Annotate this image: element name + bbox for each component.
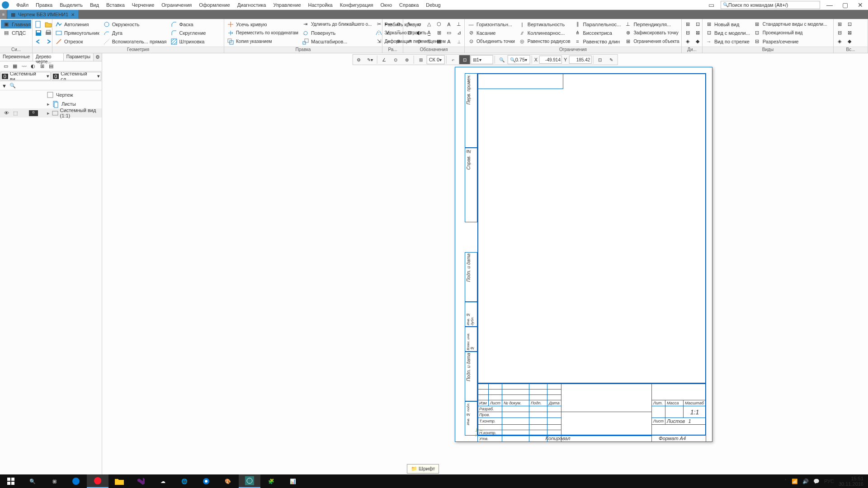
rectangle-button[interactable]: Прямоугольник [53,28,101,37]
menu-edit[interactable]: Правка [32,1,56,9]
vert-button[interactable]: |Вертикальность [517,20,572,28]
circle-button[interactable]: Окружность [101,20,169,28]
fillet-button[interactable]: Скругление [169,28,208,37]
menu-debug[interactable]: Debug [422,1,444,9]
move-by-coords-button[interactable]: Переместить по координатам [225,28,300,37]
ann1[interactable]: ✎ [404,20,414,28]
ct-step-dropdown[interactable]: ⊞ 1 ▾ [471,55,493,64]
ins6[interactable]: ◆ [844,37,854,46]
app10-icon[interactable]: 📊 [282,474,304,488]
eq-length-button[interactable]: =Равенство длин [572,37,623,46]
ann13[interactable]: ↗ [404,37,414,46]
tree-sheets[interactable]: ▸ Листы [0,99,102,108]
ct-snap3[interactable]: ⊕ [401,55,412,64]
diag3[interactable]: ⊟ [683,28,693,37]
ins5[interactable]: ◈ [835,37,844,46]
menu-settings[interactable]: Настройка [305,1,336,9]
ct-snap1[interactable]: ∠ [379,55,390,64]
ann2[interactable]: ▱ [414,20,424,28]
arc-button[interactable]: Дуга [101,28,169,37]
command-search-input[interactable]: 🔍 Поиск по командам (Alt+/) [721,1,820,9]
menu-manage[interactable]: Управление [269,1,304,9]
ins2[interactable]: ⊡ [844,20,854,28]
menu-insert[interactable]: Вставка [103,1,128,9]
ct-zoom-dropdown[interactable]: 🔍 0.75 ▾ [508,55,530,64]
trim-button[interactable]: Усечь кривую [225,20,300,28]
ptool4[interactable]: ◐ [29,62,37,70]
menu-config[interactable]: Конфигурация [336,1,377,9]
fix-point-button[interactable]: ⊗Зафиксировать точку [623,28,681,37]
polyline-button[interactable]: Автолиния [53,20,101,28]
diag6[interactable]: ◆ [693,37,703,46]
ct-cs-dropdown[interactable]: СК 0 ▾ [427,55,445,64]
ann8[interactable]: ◐ [414,28,424,37]
obj-constraints-button[interactable]: ⊞Ограничения объекта [623,37,681,46]
maximize-button[interactable]: ▢ [839,1,851,9]
search-button[interactable]: 🔍 [22,474,43,488]
tab-spds[interactable]: ▤СПДС [1,28,31,37]
app5-icon[interactable]: ☁ [152,474,174,488]
ct-pencil[interactable]: ✎▾ [365,55,376,64]
hatch-button[interactable]: Штриховка [169,37,208,46]
ptool2[interactable]: ▦ [11,62,19,70]
aux-line-button[interactable]: Вспомогатель... прямая [101,37,169,46]
dim3-button[interactable]: ∠ [383,28,393,37]
merge-points-button[interactable]: ⊙Объединить точки [466,37,517,46]
ann9[interactable]: A̲ [424,28,434,37]
perpendicular-button[interactable]: ⊥Перпендикуля... [623,20,681,28]
menu-file[interactable]: Файл [13,1,32,9]
std-views-button[interactable]: ⊞Стандартные виды с модели... [752,20,829,28]
menu-diagnostics[interactable]: Диагностика [234,1,270,9]
ct-grid[interactable]: ⊞ [415,55,426,64]
menu-constraints[interactable]: Ограничения [158,1,195,9]
menu-help[interactable]: Справка [396,1,422,9]
diag4[interactable]: ⊠ [693,28,703,37]
scale-button[interactable]: Масштабиров... [300,37,373,46]
x-coord-input[interactable] [539,56,562,64]
ann3[interactable]: △ [424,20,434,28]
ct-extra1[interactable]: ⊡ [594,55,605,64]
open-doc-button[interactable] [43,20,53,28]
visibility-icon[interactable]: 👁 [2,110,11,116]
panel-tab-variables[interactable]: Переменные [0,53,33,61]
layer-dropdown[interactable]: 0Системный сл...▾ [52,72,102,80]
print-button[interactable] [43,28,53,37]
layout-mode-icon[interactable]: ▭ [705,1,717,9]
minimize-button[interactable]: — [824,1,835,9]
proj-view-button[interactable]: ⊡Проекционный вид [752,28,829,37]
edge-icon[interactable] [65,474,87,488]
search-icon[interactable]: 🔍 [9,83,16,89]
dim1-button[interactable]: ⟷ [383,20,393,28]
taskview-button[interactable]: ⊞ [43,474,65,488]
ann11[interactable]: ▭ [444,28,454,37]
tray-volume-icon[interactable]: 🔊 [802,479,809,484]
ins3[interactable]: ⊟ [835,28,844,37]
y-coord-input[interactable] [569,56,591,64]
parallel-button[interactable]: ∥Параллельнос... [572,20,623,28]
ann4[interactable]: ⬡ [434,20,444,28]
explorer-icon[interactable] [108,474,130,488]
ct-snap-toggle[interactable]: ⊡ [459,55,470,64]
tray-clock[interactable]: 15:5130.11.2016 [839,476,863,487]
model-view-button[interactable]: ⊡Вид с модели... [703,28,752,37]
ann14[interactable]: ⊙ [414,37,424,46]
dim4-button[interactable]: ⌒ [393,28,403,37]
extend-button[interactable]: ⇥Удлинить до ближайшего о... [300,20,373,28]
tangent-button[interactable]: ⊘Касание [466,28,517,37]
lock-icon[interactable]: ⬚ [11,110,20,116]
horiz-button[interactable]: —Горизонтальн... [466,20,517,28]
view-dropdown[interactable]: 0Системный ви...▾ [0,72,51,80]
section-button[interactable]: ⊟Разрез/сечение [752,37,829,46]
panel-tab-params[interactable]: Параметры [64,53,94,61]
chamfer-button[interactable]: Фаска [169,20,208,28]
dim5-button[interactable]: ↔ [383,37,393,46]
ann16[interactable]: ▦ [434,37,444,46]
ann15[interactable]: T [424,37,434,46]
close-button[interactable]: ✕ [854,1,866,9]
new-doc-button[interactable] [33,20,43,28]
opera-icon[interactable] [87,474,108,488]
ct-zoom[interactable]: 🔍 [496,55,507,64]
ann5[interactable]: A [444,20,454,28]
eq-radius-button[interactable]: ◎Равенство радиусов [517,37,572,46]
save-button[interactable] [33,28,43,37]
